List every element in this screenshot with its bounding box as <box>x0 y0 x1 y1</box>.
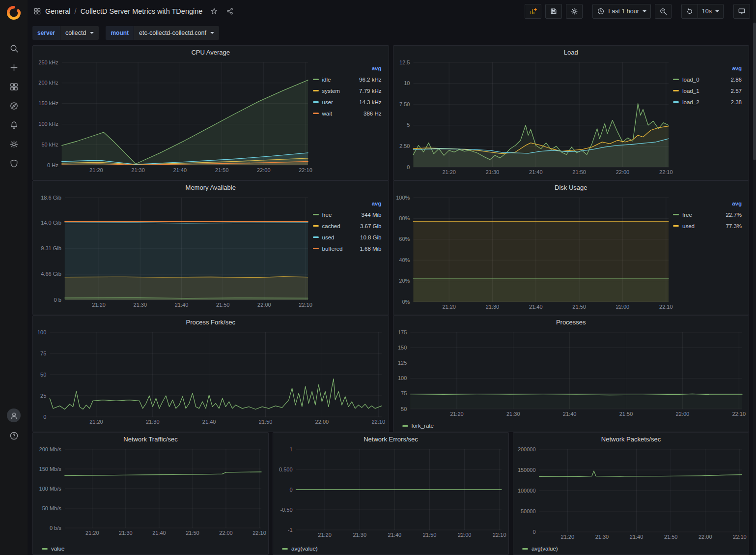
chart-canvas[interactable]: 21:2021:3021:4021:5022:0022:100%20%40%60… <box>395 194 673 312</box>
legend-item-buffered[interactable]: buffered1.68 Mib <box>313 243 383 254</box>
legend-item-user[interactable]: user14.3 kHz <box>313 96 383 108</box>
sidebar-item-configuration[interactable] <box>8 139 19 149</box>
legend-item-free[interactable]: free22.7% <box>673 209 743 220</box>
add-panel-button[interactable] <box>525 4 541 19</box>
chart-network-traffic[interactable]: 21:2021:3021:4021:5022:0022:100 b/s50 Mb… <box>35 445 266 544</box>
legend-avg-value: 22.7% <box>726 212 743 218</box>
sidebar-item-explore[interactable] <box>8 101 19 111</box>
panel-network-errors: Network Errors/sec 21:2021:3021:4021:502… <box>273 432 509 555</box>
panel-header[interactable]: Memory Available <box>33 181 389 194</box>
star-dashboard-button[interactable] <box>210 7 218 15</box>
variable-mount-dropdown[interactable]: etc-collectd-collectd.conf <box>134 26 219 40</box>
share-dashboard-button[interactable] <box>226 7 234 15</box>
legend-item-idle[interactable]: idle96.2 kHz <box>313 74 383 85</box>
svg-text:200000: 200000 <box>518 446 536 452</box>
panel-header[interactable]: CPU Average <box>33 46 389 58</box>
legend-item-wait[interactable]: wait386 Hz <box>313 108 383 119</box>
legend-item-free[interactable]: free344 Mib <box>313 209 383 220</box>
svg-text:22:00: 22:00 <box>257 302 271 308</box>
svg-text:80%: 80% <box>399 215 410 221</box>
svg-text:21:30: 21:30 <box>119 530 133 536</box>
svg-text:12.5: 12.5 <box>399 59 409 65</box>
panel-header[interactable]: Network Errors/sec <box>273 433 508 445</box>
chart-load[interactable]: 21:2021:3021:4021:5022:0022:1002.5057.50… <box>395 58 673 179</box>
legend-item-used[interactable]: used10.8 Gib <box>313 232 383 243</box>
legend-item-load_2[interactable]: load_22.38 <box>673 96 743 108</box>
dashboard-settings-button[interactable] <box>566 4 583 19</box>
scrollbar[interactable] <box>753 0 756 555</box>
legend-item-used[interactable]: used77.3% <box>673 220 743 232</box>
legend-item-avg(value)[interactable]: avg(value) <box>291 546 318 552</box>
chart-canvas[interactable]: 21:2021:3021:4021:5022:0022:1002.5057.50… <box>395 58 673 177</box>
panel-header[interactable]: Load <box>393 46 749 58</box>
panel-network-traffic: Network Traffic/sec 21:2021:3021:4021:50… <box>32 432 269 555</box>
variable-server: server collectd <box>32 26 99 40</box>
sidebar-item-alerting[interactable] <box>8 120 19 130</box>
sidebar-item-create[interactable] <box>8 62 19 72</box>
legend-item-load_1[interactable]: load_12.57 <box>673 85 743 96</box>
svg-text:22:00: 22:00 <box>219 530 233 536</box>
bell-icon <box>9 120 19 130</box>
panel-header[interactable]: Network Traffic/sec <box>33 433 268 445</box>
panel-title: Load <box>564 49 578 56</box>
panel-header[interactable]: Disk Usage <box>393 181 749 194</box>
save-dashboard-button[interactable] <box>545 4 562 19</box>
svg-text:9.31 Gib: 9.31 Gib <box>41 245 61 251</box>
legend-item-load_0[interactable]: load_02.86 <box>673 74 743 85</box>
sidebar-item-help[interactable] <box>8 431 19 440</box>
breadcrumb-section[interactable]: General <box>45 7 71 15</box>
refresh-button[interactable] <box>681 4 698 19</box>
svg-text:22:00: 22:00 <box>315 419 329 425</box>
time-range-picker[interactable]: Last 1 hour <box>592 4 651 19</box>
sidebar-item-search[interactable] <box>8 43 19 53</box>
variable-server-dropdown[interactable]: collectd <box>60 26 99 40</box>
chart-network-errors[interactable]: 21:2021:3021:4021:5022:0022:10-1-0.5000.… <box>275 445 506 544</box>
svg-text:22:00: 22:00 <box>616 169 629 175</box>
svg-text:21:40: 21:40 <box>202 419 216 425</box>
scrollbar-thumb[interactable] <box>753 23 756 160</box>
user-avatar[interactable] <box>7 409 21 422</box>
svg-text:0.500: 0.500 <box>279 467 293 472</box>
refresh-interval-dropdown[interactable]: 10s <box>698 4 724 19</box>
chart-disk-usage[interactable]: 21:2021:3021:4021:5022:0022:100%20%40%60… <box>395 194 673 314</box>
svg-text:21:50: 21:50 <box>423 532 437 538</box>
sidebar-item-server-admin[interactable] <box>8 158 19 168</box>
chart-canvas[interactable]: 21:2021:3021:4021:5022:0022:10-1-0.5000.… <box>275 445 506 540</box>
legend-swatch <box>313 248 319 249</box>
svg-text:21:50: 21:50 <box>664 534 678 540</box>
svg-text:100: 100 <box>37 329 46 335</box>
chart-memory-available[interactable]: 21:2021:3021:4021:5022:0022:100 b4.66 Gi… <box>35 194 313 314</box>
legend-swatch <box>673 79 679 80</box>
zoom-out-button[interactable] <box>655 4 672 19</box>
dashboards-grid-icon <box>9 82 19 91</box>
legend-item-cached[interactable]: cached3.67 Gib <box>313 220 383 232</box>
chart-canvas[interactable]: 21:2021:3021:4021:5022:0022:100 Hz50 kHz… <box>35 58 313 175</box>
panel-header[interactable]: Process Fork/sec <box>33 316 389 328</box>
legend-item-value[interactable]: value <box>51 546 65 552</box>
panel-header[interactable]: Network Packets/sec <box>513 433 749 445</box>
sidebar-item-dashboards[interactable] <box>8 82 19 91</box>
chart-process-fork[interactable]: 21:2021:3021:4021:5022:0022:100255075100 <box>35 328 387 431</box>
chart-canvas[interactable]: 21:2021:3021:4021:5022:0022:100500001000… <box>515 445 747 542</box>
grafana-logo-icon[interactable] <box>5 4 23 22</box>
legend-item-fork_rate[interactable]: fork_rate <box>412 423 434 429</box>
legend-item-avg(value)[interactable]: avg(value) <box>532 546 558 552</box>
legend-swatch <box>313 79 319 80</box>
chart-canvas[interactable]: 21:2021:3021:4021:5022:0022:105075100125… <box>395 328 747 419</box>
breadcrumb-title: CollectD Server Metrics with TDengine <box>81 7 203 15</box>
chart-canvas[interactable]: 21:2021:3021:4021:5022:0022:100 b4.66 Gi… <box>35 194 313 310</box>
chevron-down-icon <box>90 32 94 34</box>
clock-icon <box>597 7 605 15</box>
chart-processes[interactable]: 21:2021:3021:4021:5022:0022:105075100125… <box>395 328 747 421</box>
svg-text:22:10: 22:10 <box>493 532 506 538</box>
svg-text:21:40: 21:40 <box>529 169 543 175</box>
chart-canvas[interactable]: 21:2021:3021:4021:5022:0022:100 b/s50 Mb… <box>35 445 266 538</box>
panel-header[interactable]: Processes <box>393 316 749 328</box>
chart-cpu-average[interactable]: 21:2021:3021:4021:5022:0022:100 Hz50 kHz… <box>35 58 313 179</box>
legend-item-system[interactable]: system7.79 kHz <box>313 85 383 96</box>
svg-text:21:20: 21:20 <box>561 534 575 540</box>
chart-network-packets[interactable]: 21:2021:3021:4021:5022:0022:100500001000… <box>515 445 747 544</box>
cycle-view-mode-button[interactable] <box>733 4 750 19</box>
svg-text:7.50: 7.50 <box>399 101 409 107</box>
chart-canvas[interactable]: 21:2021:3021:4021:5022:0022:100255075100 <box>35 328 387 427</box>
